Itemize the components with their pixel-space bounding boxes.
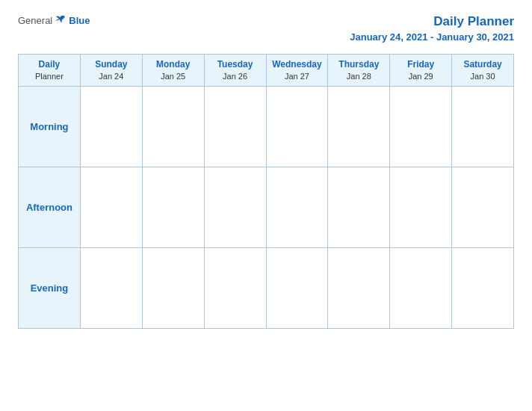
header: General Blue Daily Planner January 24, 2… xyxy=(18,13,514,43)
cell-afternoon-sunday[interactable] xyxy=(80,167,142,248)
cell-afternoon-thursday[interactable] xyxy=(328,167,390,248)
cell-morning-friday[interactable] xyxy=(390,87,452,167)
monday-date: Jan 25 xyxy=(144,71,202,82)
friday-name: Friday xyxy=(392,58,450,71)
cell-evening-tuesday[interactable] xyxy=(204,248,266,329)
header-sunday: Sunday Jan 24 xyxy=(80,55,142,87)
header-monday: Monday Jan 25 xyxy=(142,55,204,87)
planner-title: Daily Planner xyxy=(433,14,514,28)
cell-evening-monday[interactable] xyxy=(142,248,204,329)
header-thursday: Thursday Jan 28 xyxy=(328,55,390,87)
header-label-line2: Planner xyxy=(20,71,78,82)
logo-general-text: General xyxy=(18,15,52,26)
header-label-line1: Daily xyxy=(20,58,78,71)
header-tuesday: Tuesday Jan 26 xyxy=(204,55,266,87)
row-morning: Morning xyxy=(19,87,514,167)
cell-evening-friday[interactable] xyxy=(390,248,452,329)
cell-morning-monday[interactable] xyxy=(142,87,204,167)
header-label-cell: Daily Planner xyxy=(19,55,81,87)
cell-morning-saturday[interactable] xyxy=(452,87,514,167)
tuesday-date: Jan 26 xyxy=(206,71,265,82)
row-label-afternoon: Afternoon xyxy=(19,167,81,248)
cell-evening-saturday[interactable] xyxy=(452,248,514,329)
tuesday-name: Tuesday xyxy=(206,58,265,71)
thursday-name: Thursday xyxy=(330,58,388,71)
cell-afternoon-tuesday[interactable] xyxy=(204,167,266,248)
logo-text: General Blue xyxy=(18,13,90,27)
logo-blue-text: Blue xyxy=(69,15,90,26)
saturday-name: Saturday xyxy=(454,58,512,71)
logo-area: General Blue xyxy=(18,13,90,27)
cell-evening-wednesday[interactable] xyxy=(266,248,328,329)
header-saturday: Saturday Jan 30 xyxy=(452,55,514,87)
sunday-name: Sunday xyxy=(82,58,140,71)
thursday-date: Jan 28 xyxy=(330,71,388,82)
header-wednesday: Wednesday Jan 27 xyxy=(266,55,328,87)
cell-afternoon-wednesday[interactable] xyxy=(266,167,328,248)
cell-morning-sunday[interactable] xyxy=(80,87,142,167)
header-row: Daily Planner Sunday Jan 24 Monday Jan 2… xyxy=(19,55,514,87)
monday-name: Monday xyxy=(144,58,202,71)
title-area: Daily Planner January 24, 2021 - January… xyxy=(350,13,514,43)
header-friday: Friday Jan 29 xyxy=(390,55,452,87)
cell-afternoon-saturday[interactable] xyxy=(452,167,514,248)
wednesday-date: Jan 27 xyxy=(268,71,327,82)
cell-morning-thursday[interactable] xyxy=(328,87,390,167)
planner-date-range: January 24, 2021 - January 30, 2021 xyxy=(350,31,514,43)
cell-evening-thursday[interactable] xyxy=(328,248,390,329)
cell-evening-sunday[interactable] xyxy=(80,248,142,329)
row-label-evening: Evening xyxy=(19,248,81,329)
page: General Blue Daily Planner January 24, 2… xyxy=(0,0,532,411)
row-afternoon: Afternoon xyxy=(19,167,514,248)
cell-morning-wednesday[interactable] xyxy=(266,87,328,167)
cell-afternoon-monday[interactable] xyxy=(142,167,204,248)
calendar-table: Daily Planner Sunday Jan 24 Monday Jan 2… xyxy=(18,54,514,329)
cell-afternoon-friday[interactable] xyxy=(390,167,452,248)
wednesday-name: Wednesday xyxy=(268,58,327,71)
cell-morning-tuesday[interactable] xyxy=(204,87,266,167)
saturday-date: Jan 30 xyxy=(454,71,512,82)
logo-bird-icon xyxy=(54,13,67,27)
row-label-morning: Morning xyxy=(19,87,81,167)
sunday-date: Jan 24 xyxy=(82,71,140,82)
row-evening: Evening xyxy=(19,248,514,329)
friday-date: Jan 29 xyxy=(392,71,450,82)
